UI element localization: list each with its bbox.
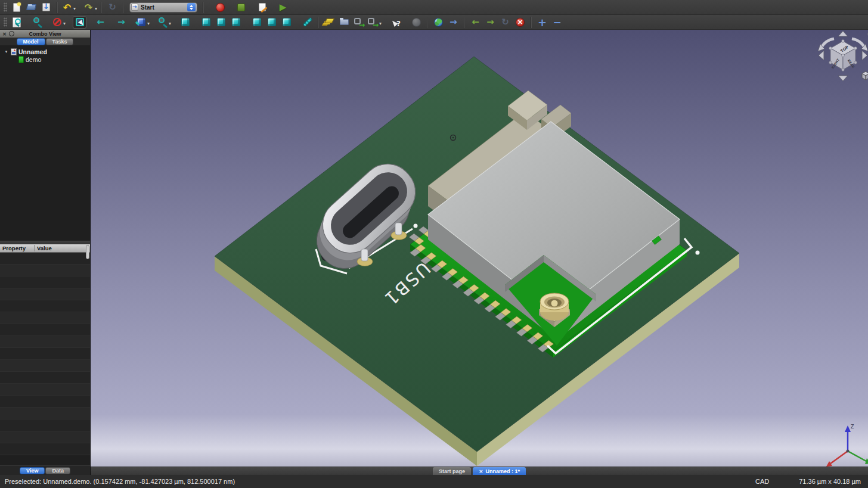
zoom-tools[interactable] [157, 16, 171, 29]
box-zoom[interactable] [30, 16, 44, 29]
property-row[interactable] [0, 372, 90, 384]
axis-indicator: Z X Y [822, 424, 868, 467]
property-row[interactable] [0, 443, 90, 455]
panel-close-icon[interactable]: × [2, 31, 7, 36]
view-toolbar [0, 15, 868, 30]
tab-close-icon[interactable]: × [479, 468, 483, 474]
dropdown-arrow-icon [94, 2, 97, 13]
tright-icon [116, 17, 127, 28]
browser-stop[interactable] [513, 16, 527, 29]
view-right[interactable] [229, 16, 243, 29]
make-link[interactable] [352, 16, 366, 29]
play-icon [277, 2, 289, 13]
nav-forward[interactable] [114, 16, 128, 29]
disclosure-icon[interactable]: ▾ [4, 49, 9, 54]
property-row[interactable] [0, 265, 90, 276]
link-icon [354, 17, 365, 28]
whats-this[interactable] [389, 16, 402, 29]
macro-stop[interactable] [234, 1, 248, 14]
macro-edit[interactable] [255, 1, 269, 14]
property-row[interactable] [0, 419, 90, 431]
zoom-in[interactable] [535, 16, 549, 29]
selectbox-icon [74, 17, 85, 28]
property-row[interactable] [0, 408, 90, 419]
macro-play[interactable] [276, 1, 290, 14]
mdi-tab-bar: Start page × Unnamed : 1* [91, 467, 868, 475]
view-bottom[interactable] [265, 16, 278, 29]
property-row[interactable] [0, 431, 90, 443]
undo[interactable] [61, 1, 76, 14]
home-view[interactable] [135, 16, 150, 29]
panel-float-icon[interactable] [9, 31, 14, 36]
prohibit-icon [51, 17, 63, 28]
property-row[interactable] [0, 396, 90, 408]
tab-document-unnamed[interactable]: × Unnamed : 1* [473, 467, 526, 475]
make-sub-link[interactable] [367, 16, 382, 29]
open-file[interactable] [24, 1, 38, 14]
appearance-layers[interactable] [323, 16, 336, 29]
property-row[interactable] [0, 360, 90, 372]
workbench-stepper-icon[interactable] [187, 3, 196, 11]
redo[interactable] [83, 1, 97, 14]
dropdown-arrow-icon [168, 17, 171, 27]
property-row[interactable] [0, 384, 90, 396]
browser-next[interactable] [483, 16, 497, 29]
newfile-icon [11, 2, 22, 13]
save-file[interactable] [39, 1, 53, 14]
property-row[interactable] [0, 324, 90, 336]
cube-icon [266, 17, 277, 28]
new-file[interactable] [10, 1, 23, 14]
folder-open-icon [26, 2, 37, 13]
view-axonometric[interactable] [178, 16, 192, 29]
navigation-style[interactable]: CAD [755, 478, 769, 485]
workbench-icon [131, 4, 138, 11]
fit-all[interactable] [10, 16, 23, 29]
browser-forward[interactable] [447, 16, 460, 29]
property-row[interactable] [0, 336, 90, 348]
open-website[interactable] [432, 16, 445, 29]
tab-data[interactable]: Data [45, 467, 70, 474]
tab-view[interactable]: View [20, 467, 45, 474]
status-message: Preselected: Unnamed.demo. (0.157422 mm,… [5, 478, 235, 485]
property-row[interactable] [0, 276, 90, 288]
redo-icon [83, 2, 94, 13]
view-top[interactable] [214, 16, 228, 29]
property-row[interactable] [0, 300, 90, 312]
create-group[interactable] [337, 16, 351, 29]
property-row[interactable] [0, 288, 90, 300]
web-page [410, 16, 423, 29]
nav-back[interactable] [94, 16, 107, 29]
view-front[interactable] [199, 16, 213, 29]
bluearrow-icon [448, 17, 459, 28]
zoom-out[interactable] [550, 16, 564, 29]
property-scrollbar[interactable] [86, 245, 89, 259]
model-tree[interactable]: ▾Unnameddemo [0, 45, 90, 241]
document-area: USB1 [91, 30, 868, 475]
tab-model[interactable]: Model [17, 38, 45, 45]
property-row[interactable] [0, 312, 90, 324]
tab-tasks[interactable]: Tasks [46, 38, 74, 45]
macro-record[interactable] [213, 1, 227, 14]
file-toolbar: Start [0, 0, 868, 15]
workbench-selector[interactable]: Start [129, 2, 197, 13]
tleft-icon [95, 17, 106, 28]
tab-start-page[interactable]: Start page [433, 467, 471, 475]
property-row[interactable] [0, 253, 90, 265]
tree-item-demo[interactable]: demo [0, 55, 90, 63]
measure[interactable] [300, 16, 314, 29]
draw-style[interactable] [51, 16, 66, 29]
view-left[interactable] [280, 16, 293, 29]
pcb-3d-scene[interactable]: USB1 [91, 30, 868, 467]
property-row[interactable] [0, 348, 90, 360]
browser-refresh [498, 16, 512, 29]
3d-viewport[interactable]: USB1 [91, 30, 868, 467]
select-visible[interactable] [73, 16, 86, 29]
view-rear[interactable] [250, 16, 264, 29]
stopmacro-icon [235, 2, 247, 13]
navigation-cube[interactable]: TOP RIGHT REAR [818, 31, 868, 81]
cube-icon [281, 17, 292, 28]
homecube-icon [135, 17, 147, 28]
property-table[interactable] [0, 253, 90, 465]
browser-back[interactable] [469, 16, 482, 29]
tree-item-unnamed[interactable]: ▾Unnamed [0, 48, 90, 55]
